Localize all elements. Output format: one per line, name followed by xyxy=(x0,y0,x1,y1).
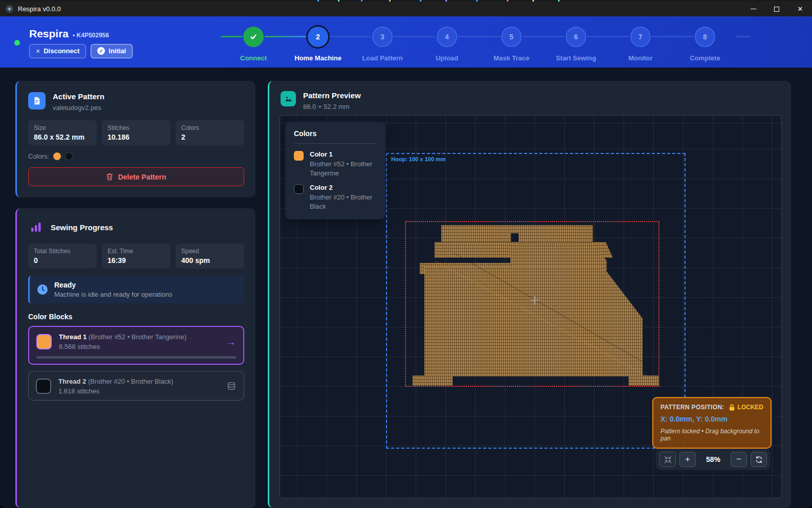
stat-value: 0 xyxy=(34,256,91,264)
thread-2-detail: (Brother #20 • Brother Black) xyxy=(88,378,173,385)
step-complete[interactable]: 8 Complete xyxy=(673,24,737,62)
stitch-region-left-foot xyxy=(413,376,453,386)
zoom-out-button[interactable]: − xyxy=(731,452,747,467)
step-number: 7 xyxy=(630,27,651,47)
step-label: Complete xyxy=(690,54,720,62)
pattern-preview-card: Pattern Preview 86.0 × 52.2 mm Hoop: 100… xyxy=(268,81,791,508)
minus-icon: − xyxy=(736,454,741,465)
step-done-check-icon xyxy=(243,27,264,47)
stat-value: 16:39 xyxy=(108,256,165,264)
color-dot-black xyxy=(65,152,73,160)
minimize-button[interactable] xyxy=(741,2,765,16)
step-mask-trace[interactable]: 5 Mask Trace xyxy=(479,24,544,62)
thread-1-progress-bar xyxy=(36,356,236,359)
clock-icon xyxy=(37,284,48,295)
stat-value: 400 spm xyxy=(181,256,239,264)
layers-icon xyxy=(226,381,237,391)
step-number: 6 xyxy=(566,27,586,47)
colors-label: Colors: xyxy=(28,152,49,160)
stitched-pattern[interactable] xyxy=(405,222,659,387)
stat-label: Total Stitches xyxy=(34,248,91,255)
card-title: Active Pattern xyxy=(53,92,104,101)
step-number: 3 xyxy=(372,27,393,47)
legend-color-name: Color 1 xyxy=(310,150,377,158)
thread-2-name: Thread 2 xyxy=(58,378,86,385)
stat-colors: Colors 2 xyxy=(176,120,244,145)
thread-block-2[interactable]: Thread 2 (Brother #20 • Brother Black) 1… xyxy=(28,371,244,401)
zoom-in-button[interactable]: + xyxy=(679,452,696,467)
step-number: 4 xyxy=(437,27,457,47)
canvas-center-crosshair xyxy=(535,296,535,304)
maximize-icon xyxy=(774,7,779,12)
machine-status-box: Ready Machine is idle and ready for oper… xyxy=(28,276,244,303)
step-start-sewing[interactable]: 6 Start Sewing xyxy=(544,24,608,62)
bar-chart-icon xyxy=(28,219,44,235)
position-coordinates: X: 0.0mm, Y: 0.0mm xyxy=(660,415,763,423)
status-title: Ready xyxy=(54,281,173,289)
stitch-region-main-body xyxy=(424,267,643,377)
minimize-icon xyxy=(751,9,756,9)
stat-total-stitches: Total Stitches 0 xyxy=(28,244,97,269)
stat-value: 86.0 x 52.2 mm xyxy=(34,133,91,141)
legend-color-desc: Brother #20 • Brother Black xyxy=(310,193,377,211)
delete-pattern-label: Delete Pattern xyxy=(118,173,166,181)
legend-divider xyxy=(294,143,377,144)
sewing-progress-card: Sewing Progress Total Stitches 0 Est. Ti… xyxy=(15,208,255,508)
connection-status-dot xyxy=(14,40,20,46)
legend-item-color-1: Color 1 Brother #52 • Brother Tangerine xyxy=(294,150,377,178)
file-icon xyxy=(28,92,46,109)
step-label: Load Pattern xyxy=(362,54,402,62)
step-label: Mask Trace xyxy=(494,54,529,62)
stitch-region-bridge xyxy=(510,242,607,271)
thread-1-stitches: 8.568 stitches xyxy=(59,343,186,350)
titlebar[interactable]: Respira v0.0.0 ✕ xyxy=(0,2,812,16)
stat-label: Size xyxy=(34,124,91,131)
image-icon xyxy=(281,91,296,106)
machine-serial: • K4P502956 xyxy=(73,32,109,39)
pattern-canvas[interactable]: Hoop: 100 x 100 mm xyxy=(280,115,782,498)
maximize-button[interactable] xyxy=(765,2,788,16)
initial-button[interactable]: ✓ Initial xyxy=(91,44,133,58)
stat-label: Colors xyxy=(181,124,239,131)
locked-badge: LOCKED xyxy=(737,404,763,411)
initial-label: Initial xyxy=(109,47,126,55)
legend-item-color-2: Color 2 Brother #20 • Brother Black xyxy=(294,184,377,211)
step-label: Monitor xyxy=(628,54,653,62)
close-button[interactable]: ✕ xyxy=(788,2,812,16)
step-label: Upload xyxy=(436,54,458,62)
colors-legend: Colors Color 1 Brother #52 • Brother Tan… xyxy=(285,122,386,219)
disconnect-button[interactable]: × Disconnect xyxy=(29,44,86,58)
delete-pattern-button[interactable]: Delete Pattern xyxy=(28,167,244,186)
legend-swatch-2 xyxy=(294,184,304,194)
trash-icon xyxy=(106,173,113,181)
stat-value: 10.186 xyxy=(108,133,165,141)
stat-stitches: Stitches 10.186 xyxy=(102,120,170,145)
stat-est-time: Est. Time 16:39 xyxy=(102,244,170,269)
color-dot-orange xyxy=(53,152,61,160)
hoop-label: Hoop: 100 x 100 mm xyxy=(391,156,445,162)
step-monitor[interactable]: 7 Monitor xyxy=(608,24,673,62)
step-label: Home Machine xyxy=(294,54,341,62)
fit-to-screen-button[interactable] xyxy=(659,452,676,467)
thread-block-1[interactable]: Thread 1 (Brother #52 • Brother Tangerin… xyxy=(28,326,244,365)
step-load-pattern[interactable]: 3 Load Pattern xyxy=(350,24,415,62)
card-title: Sewing Progress xyxy=(51,223,113,232)
canvas-center-crosshair xyxy=(531,300,539,300)
step-home-machine[interactable]: 2 Home Machine xyxy=(286,24,350,62)
active-thread-arrow-icon: → xyxy=(226,336,236,348)
step-number: 5 xyxy=(501,27,522,47)
pattern-dimensions: 86.0 × 52.2 mm xyxy=(303,103,361,111)
app-name: Respira xyxy=(29,28,69,40)
stat-speed: Speed 400 spm xyxy=(176,244,244,269)
stat-label: Speed xyxy=(181,248,239,255)
refresh-icon xyxy=(755,456,763,463)
reset-view-button[interactable] xyxy=(751,452,767,467)
step-connect[interactable]: Connect xyxy=(221,24,286,62)
position-label: PATTERN POSITION: xyxy=(660,404,724,411)
step-upload[interactable]: 4 Upload xyxy=(415,24,479,62)
lock-icon xyxy=(729,404,735,411)
position-hint: Pattern locked • Drag background to pan xyxy=(660,428,763,442)
legend-color-desc: Brother #52 • Brother Tangerine xyxy=(310,160,377,178)
stat-size: Size 86.0 x 52.2 mm xyxy=(28,120,97,145)
step-label: Start Sewing xyxy=(556,54,596,62)
